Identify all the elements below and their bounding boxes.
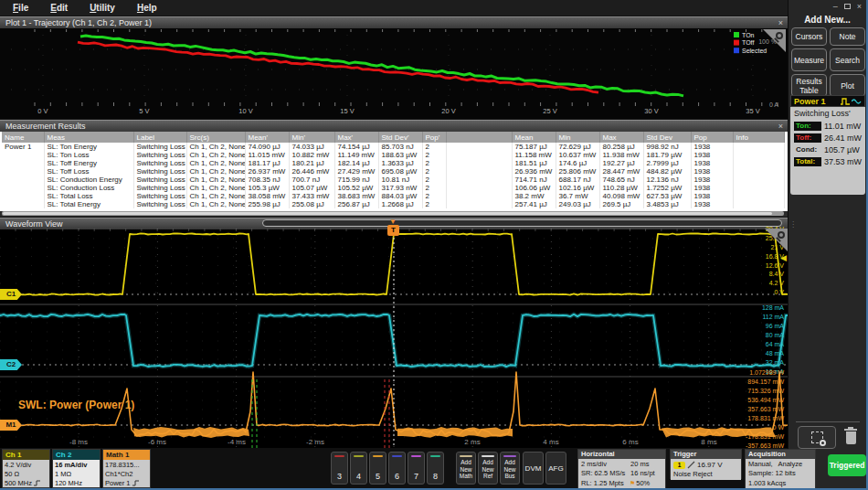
channel-scale: 16 mA/div (55, 461, 98, 470)
panel-splitter-icon[interactable]: ⋮ (789, 222, 797, 227)
table-column-header[interactable]: Meas (44, 132, 133, 143)
close-icon[interactable]: × (778, 122, 783, 132)
table-row[interactable]: SL: Total LossSwitching LossCh 1, Ch 2, … (2, 192, 784, 200)
table-column-header[interactable]: Pop' (422, 132, 446, 143)
menu-item[interactable]: Utility (79, 0, 126, 16)
waveform-pan-scrollbar[interactable] (262, 219, 782, 227)
sidebar-add-button[interactable]: Cursors (791, 27, 827, 46)
horizontal-panel-title: Horizontal (578, 450, 665, 459)
misc-button[interactable]: DVM (523, 452, 544, 485)
axis-label: 178.831 mW (747, 415, 784, 422)
measurement-results-title-bar[interactable]: Measurement Results × (0, 120, 788, 132)
table-column-header[interactable]: Mean' (245, 132, 289, 143)
measurement-table-wrap: NameMeasLabelSrc(s)Mean'Min'Max'Std Dev'… (0, 132, 788, 211)
channel-badge-header: Ch 2 (53, 450, 100, 460)
axis-label: 128 mA (762, 304, 784, 312)
channel-badge[interactable]: Ch 1 4.2 V/div 50 Ω 500 MHz (2, 449, 50, 488)
channel-badge-body: 16 mA/div 1 MΩ 120 MHz (53, 460, 100, 487)
channel-number-button[interactable]: 3 (331, 452, 348, 485)
table-column-header[interactable]: Std Dev' (378, 132, 422, 143)
switching-loss-readout[interactable]: Switching Loss' Ton: 11.01 mW Toff: 26.4… (790, 107, 865, 195)
table-row[interactable]: SL: Toff EnergySwitching LossCh 1, Ch 2,… (2, 159, 784, 167)
triggered-status-badge[interactable]: Triggered (828, 454, 866, 476)
delete-button[interactable] (842, 427, 859, 447)
sidebar-add-button[interactable]: Search (830, 48, 865, 71)
trigger-position-marker[interactable]: T (387, 225, 399, 236)
close-icon[interactable]: × (778, 18, 783, 28)
rising-edge-icon (687, 461, 695, 469)
axis-label: 1.072989 W (749, 369, 784, 377)
channel-number-button[interactable]: 4 (350, 452, 367, 485)
sidebar-add-button[interactable]: Results Table (791, 74, 827, 97)
channel-badge[interactable]: Ch 2 16 mA/div 1 MΩ 120 MHz (52, 449, 101, 488)
sine-waveform-icon (852, 98, 862, 105)
trajectory-plot-canvas[interactable]: TOnTOffSelected100 %0 A0 V5 V10 V15 V20 … (2, 29, 784, 118)
horizontal-panel[interactable]: Horizontal 2 ms/div 20 ms SR: 62.5 MS/s … (577, 449, 666, 489)
close-window-icon[interactable]: × (857, 2, 862, 11)
sidebar-add-button[interactable]: Note (830, 27, 865, 46)
table-column-header[interactable]: Info (733, 132, 784, 143)
loss-value: 11.01 mW (824, 122, 861, 131)
table-row[interactable]: Power 1SL: Ton EnergySwitching LossCh 1,… (2, 143, 784, 151)
trigger-level-arrow-icon[interactable]: ◀ (780, 253, 787, 262)
menu-item[interactable]: Edit (39, 0, 79, 16)
magnifier-icon (778, 231, 785, 239)
table-column-header[interactable]: Max (599, 132, 643, 143)
axis-label: 8.4 V (769, 271, 784, 278)
channel-badge-header: Math 1 (103, 450, 150, 460)
menu-item[interactable]: File (2, 0, 39, 16)
table-column-header[interactable]: Min (556, 132, 599, 143)
table-column-header[interactable]: Mean (512, 132, 556, 143)
table-column-header[interactable]: Min' (289, 132, 334, 143)
misc-button[interactable]: AFG (545, 452, 566, 485)
waveform-graticule[interactable]: C1 C2 M1 SWL: Power (Power 1) ◀ -8 ms-6 … (0, 229, 788, 448)
loss-type-chip: Toff: (794, 133, 821, 143)
minimize-icon[interactable]: – (833, 2, 838, 11)
sidebar-add-button[interactable]: Plot (830, 74, 865, 97)
zoom-select-button[interactable] (798, 426, 836, 449)
restore-window-icon[interactable] (844, 4, 851, 9)
channel-badges: Ch 1 4.2 V/div 50 Ω 500 MHz Ch 2 16 mA/d… (2, 449, 151, 488)
loss-value: 26.41 mW (824, 133, 862, 143)
table-row[interactable]: SL: Conduction LossSwitching LossCh 1, C… (2, 184, 784, 192)
scrollbar-thumb[interactable] (3, 212, 772, 215)
channel-scale: 4.2 V/div (5, 461, 48, 470)
waveform-view-title: Waveform View (5, 219, 63, 229)
table-row[interactable]: SL: Total EnergySwitching LossCh 1, Ch 2… (2, 200, 784, 208)
toff-trace (78, 42, 598, 92)
trigger-panel[interactable]: Trigger 1 16.97 V Noise Reject (670, 449, 742, 479)
svg-text:0 A: 0 A (769, 101, 778, 108)
menu-item[interactable]: Help (126, 0, 168, 16)
add-source-button[interactable]: Add New Ref (478, 452, 498, 485)
channel-color-stripe (354, 455, 364, 457)
add-source-button[interactable]: Add New Math (456, 452, 476, 485)
channel-badge[interactable]: Math 1 178.8315... Ch1*Ch2 Power 1 (102, 449, 151, 488)
table-column-header[interactable]: Max' (334, 132, 378, 143)
table-column-header[interactable]: Label (133, 132, 186, 143)
measurement-table[interactable]: NameMeasLabelSrc(s)Mean'Min'Max'Std Dev'… (2, 132, 785, 208)
table-row[interactable]: SL: Ton LossSwitching LossCh 1, Ch 2, No… (2, 151, 784, 159)
table-column-header[interactable]: Src(s) (186, 132, 245, 143)
acquisition-panel[interactable]: Acquisition Manual, AnalyzeSample: 12 bi… (745, 449, 816, 489)
plot-title-bar[interactable]: Plot 1 - Trajectory (Ch 1, Ch 2, Power 1… (0, 16, 788, 28)
channel-number-button[interactable]: 6 (388, 452, 406, 485)
add-source-button[interactable]: Add New Bus (500, 452, 520, 485)
table-column-header[interactable]: Std Dev (643, 132, 691, 143)
table-horizontal-scrollbar[interactable] (2, 211, 784, 216)
sidebar-add-button[interactable]: Measure (791, 48, 827, 71)
svg-text:25 V: 25 V (543, 107, 556, 115)
axis-label: -357.663 mW (746, 442, 784, 450)
table-column-header[interactable]: Name (2, 132, 44, 143)
table-column-header[interactable] (446, 132, 512, 143)
table-row[interactable]: SL: Toff LossSwitching LossCh 1, Ch 2, N… (2, 167, 784, 176)
channel-number-button[interactable]: 7 (408, 452, 425, 485)
axis-label: 894.157 mW (747, 378, 784, 386)
table-column-header[interactable]: Pop (691, 132, 733, 143)
channel-number-button[interactable]: 5 (369, 452, 386, 485)
power1-badge[interactable]: Power 1 (790, 95, 865, 107)
trigger-panel-title: Trigger (671, 450, 741, 459)
table-row[interactable]: SL: Conduction EnergySwitching LossCh 1,… (2, 176, 784, 184)
axis-label: 96 mA (766, 323, 784, 330)
channel-number-button[interactable]: 8 (427, 452, 444, 485)
power-noise-band (133, 427, 249, 438)
